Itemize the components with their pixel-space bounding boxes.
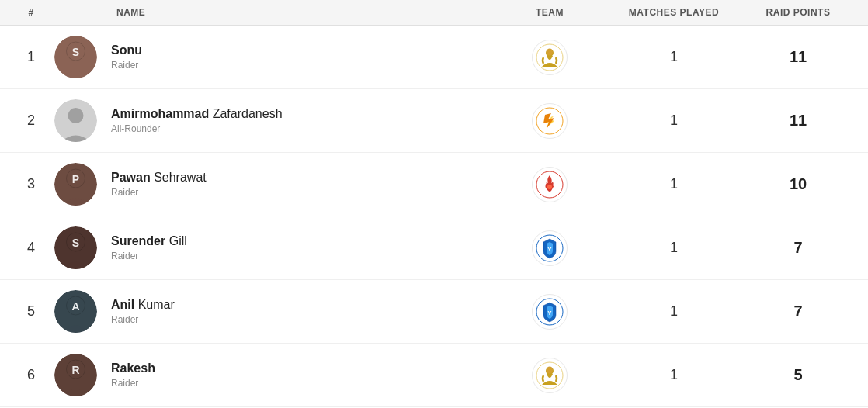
col-header-name: Name (54, 7, 488, 18)
svg-point-5 (547, 48, 553, 55)
points-cell: 7 (736, 303, 860, 320)
player-name: Amirmohammad Zafardanesh (111, 107, 283, 121)
table-row: 5 A Anil Kumar Raider Y 1 (0, 280, 868, 344)
table-row: 3 P Pawan Sehrawat Raider 1 (0, 153, 868, 216)
table-row: 2 Amirmohammad Zafardanesh All-Rounder ⚡ (0, 89, 868, 153)
team-logo: ⚡ (532, 103, 568, 139)
avatar: R (54, 354, 97, 396)
avatar (54, 99, 97, 142)
player-info: Pawan Sehrawat Raider (111, 171, 207, 198)
points-cell: 11 (736, 112, 860, 130)
points-cell: 7 (736, 239, 860, 257)
player-cell: Amirmohammad Zafardanesh All-Rounder (54, 99, 488, 142)
rank-cell: 3 (8, 176, 54, 192)
matches-cell: 1 (612, 176, 736, 192)
player-name: Sonu (111, 43, 142, 57)
points-cell: 11 (736, 48, 860, 66)
points-cell: 10 (736, 175, 860, 193)
svg-text:S: S (72, 237, 79, 249)
player-cell: P Pawan Sehrawat Raider (54, 163, 488, 206)
team-logo (532, 358, 568, 393)
player-name: Anil Kumar (111, 298, 175, 312)
matches-cell: 1 (612, 303, 736, 320)
svg-text:Y: Y (547, 309, 552, 316)
rank-cell: 4 (8, 240, 54, 256)
player-info: Rakesh Raider (111, 361, 155, 389)
player-info: Surender Gill Raider (111, 234, 187, 261)
matches-cell: 1 (612, 49, 736, 65)
rank-cell: 2 (8, 112, 54, 129)
player-name: Rakesh (111, 361, 155, 375)
team-logo: Y (532, 230, 568, 266)
team-cell (488, 358, 612, 393)
player-info: Amirmohammad Zafardanesh All-Rounder (111, 107, 283, 134)
svg-point-7 (68, 108, 84, 123)
team-cell (488, 167, 612, 202)
svg-point-14 (547, 185, 552, 189)
player-info: Sonu Raider (111, 43, 142, 71)
matches-cell: 1 (612, 367, 736, 383)
player-role: All-Rounder (111, 123, 283, 134)
avatar: S (54, 36, 97, 78)
avatar: S (54, 226, 97, 269)
svg-text:Y: Y (547, 246, 552, 253)
player-cell: S Surender Gill Raider (54, 226, 488, 269)
player-role: Raider (111, 251, 187, 261)
avatar: A (54, 290, 97, 333)
rank-cell: 6 (8, 367, 54, 383)
table-row: 4 S Surender Gill Raider Y (0, 216, 868, 280)
svg-point-30 (547, 366, 553, 373)
svg-text:A: A (71, 300, 79, 313)
team-logo (532, 167, 568, 202)
player-role: Raider (111, 187, 207, 198)
col-header-points: Raid Points (736, 7, 860, 18)
table-header: # Name Team Matches Played Raid Points (0, 0, 868, 26)
player-role: Raider (111, 378, 155, 389)
player-cell: S Sonu Raider (54, 36, 488, 78)
col-header-rank: # (8, 7, 54, 18)
player-cell: R Rakesh Raider (54, 354, 488, 396)
team-cell: Y (488, 294, 612, 330)
avatar: P (54, 163, 97, 206)
player-role: Raider (111, 60, 142, 71)
player-info: Anil Kumar Raider (111, 298, 175, 325)
player-name: Pawan Sehrawat (111, 171, 207, 185)
team-logo: Y (532, 294, 568, 330)
svg-text:S: S (72, 46, 79, 58)
col-header-matches: Matches Played (612, 7, 736, 18)
player-role: Raider (111, 314, 175, 325)
matches-cell: 1 (612, 112, 736, 129)
col-header-team: Team (488, 7, 612, 18)
player-cell: A Anil Kumar Raider (54, 290, 488, 333)
svg-text:R: R (71, 364, 79, 376)
table-row: 1 S Sonu Raider (0, 26, 868, 89)
team-cell: ⚡ (488, 103, 612, 139)
player-name: Surender Gill (111, 234, 187, 248)
table-row: 6 R Rakesh Raider (0, 344, 868, 407)
team-logo (532, 40, 568, 75)
team-cell: Y (488, 230, 612, 266)
rank-cell: 5 (8, 303, 54, 320)
matches-cell: 1 (612, 240, 736, 256)
table-body: 1 S Sonu Raider (0, 26, 868, 407)
svg-text:P: P (72, 173, 79, 185)
team-cell (488, 40, 612, 75)
leaderboard-table: # Name Team Matches Played Raid Points 1… (0, 0, 868, 407)
points-cell: 5 (736, 366, 860, 384)
rank-cell: 1 (8, 49, 54, 65)
